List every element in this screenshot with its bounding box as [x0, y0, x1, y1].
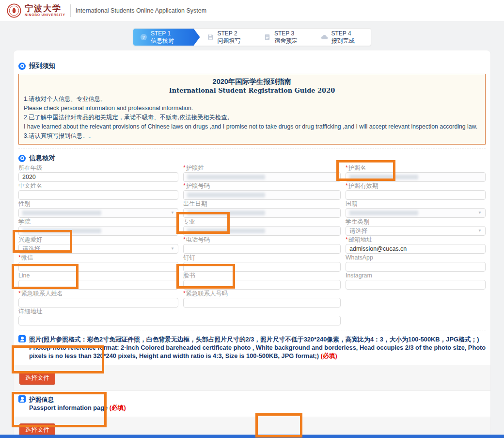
- passport-given-name-input[interactable]: [346, 172, 486, 182]
- emergency-contact-name-label: *紧急联系人姓名: [18, 290, 178, 297]
- step-3-dormitory[interactable]: STEP 3 宿舍预定: [257, 29, 314, 46]
- redacted-value: [187, 193, 265, 197]
- instagram-label: Instagram: [346, 272, 486, 279]
- university-logo: 宁波大学 NINGBO UNIVERSITY: [7, 3, 65, 18]
- required-badge: (必填): [321, 352, 337, 359]
- chinese-name-label: 中文姓名: [18, 182, 178, 190]
- required-asterisk: *: [183, 182, 186, 189]
- line-field: Line: [18, 272, 178, 290]
- passport-expiry-label: *护照有效期: [346, 182, 486, 190]
- steps-box: ? STEP 1 信息核对 STEP 2 问题填写: [133, 28, 371, 46]
- redacted-value: [187, 228, 265, 233]
- required-asterisk: *: [183, 236, 186, 243]
- college-input[interactable]: [18, 226, 178, 236]
- logo-divider: [70, 4, 71, 17]
- step-number: STEP 4: [331, 30, 355, 37]
- line-input[interactable]: [18, 280, 178, 290]
- dingtalk-input[interactable]: [183, 262, 341, 272]
- required-asterisk: *: [183, 164, 186, 171]
- emergency-contact-name-input[interactable]: [18, 298, 178, 308]
- major-input[interactable]: [183, 226, 341, 236]
- passport-expiry-input[interactable]: [346, 190, 486, 200]
- redacted-value: [349, 175, 418, 179]
- step-number: STEP 2: [218, 30, 241, 37]
- email-label: *邮箱地址: [346, 236, 486, 243]
- main-content-card: 报到须知 2020年国际学生报到指南 International Student…: [14, 50, 490, 438]
- hobbies-input[interactable]: 请选择▼: [18, 244, 178, 254]
- instagram-field: Instagram: [346, 272, 486, 290]
- nationality-input[interactable]: ▼: [346, 208, 486, 218]
- form-section-title: 信息核对: [29, 154, 55, 162]
- wechat-label: *微信: [18, 254, 178, 261]
- whatsapp-input[interactable]: [346, 262, 486, 272]
- hobbies-field: 兴趣爱好请选择▼: [18, 236, 178, 254]
- emergency-contact-phone-field: *紧急联系人号码: [183, 290, 341, 308]
- redacted-value: [22, 228, 101, 233]
- guide-line: 1.请核对个人信息、专业信息。: [24, 95, 480, 103]
- college-label: 学院: [18, 218, 178, 226]
- passport-title-en: Passport information page (必填): [29, 404, 126, 412]
- student-type-label: 学生类别: [346, 218, 486, 226]
- photo-instructions-cn: 照片(照片参照格式：彩色2寸免冠证件照，白色背景无边框，头部占照片尺寸的2/3，…: [29, 335, 487, 343]
- step-number: STEP 3: [274, 30, 298, 37]
- major-field: 专业: [183, 218, 341, 236]
- passport-number-field: *护照号码: [183, 182, 341, 200]
- detail-address-input[interactable]: [18, 316, 341, 325]
- step-4-complete[interactable]: STEP 4 报到完成: [314, 29, 371, 46]
- steps-bar: ? STEP 1 信息核对 STEP 2 问题填写: [0, 21, 504, 46]
- email-input[interactable]: admission@cucas.cn: [346, 244, 486, 254]
- form-grid: 所在年级2020*护照姓*护照名中文姓名*护照号码*护照有效期性别▼出生日期国籍…: [17, 163, 487, 325]
- passport-number-input[interactable]: [183, 190, 341, 200]
- wechat-field: *微信: [18, 254, 178, 272]
- detail-address-label: 详细地址: [18, 308, 341, 315]
- phone-input[interactable]: [183, 244, 341, 254]
- step-2-questions[interactable]: STEP 2 问题填写: [200, 29, 257, 46]
- step-label: 信息核对: [151, 37, 174, 45]
- registration-guide-box: 2020年国际学生报到指南 International Student Regi…: [18, 74, 486, 145]
- emergency-contact-phone-input[interactable]: [183, 298, 341, 308]
- major-label: 专业: [183, 218, 341, 226]
- redacted-value: [187, 211, 265, 215]
- grade-field: 所在年级2020: [18, 164, 178, 182]
- chevron-down-icon: ▼: [478, 228, 482, 233]
- bottom-blue-bar: [0, 435, 504, 438]
- passport-surname-label: *护照姓: [183, 164, 341, 172]
- detail-address-field: 详细地址: [18, 308, 341, 325]
- student-type-input[interactable]: 请选择▼: [346, 226, 486, 236]
- nationality-label: 国籍: [346, 200, 486, 208]
- student-type-field: 学生类别请选择▼: [346, 218, 486, 236]
- grade-input[interactable]: 2020: [18, 172, 178, 182]
- gender-label: 性别: [18, 200, 178, 208]
- step-label: 宿舍预定: [274, 37, 298, 45]
- facebook-label: 脸书: [183, 272, 341, 279]
- passport-surname-input[interactable]: [183, 172, 341, 182]
- step-label: 报到完成: [331, 37, 355, 45]
- passport-number-label: *护照号码: [183, 182, 341, 190]
- photo-instructions-en: Photo(Photo reference format: 2-inch Col…: [29, 343, 487, 360]
- wechat-input[interactable]: [18, 262, 178, 272]
- step-label: 问题填写: [218, 37, 241, 45]
- dingtalk-label: 钉钉: [183, 254, 341, 261]
- gender-field: 性别▼: [18, 200, 178, 218]
- document-icon: [264, 33, 271, 41]
- passport-given-name-label: *护照名: [346, 164, 486, 172]
- university-seal-icon: [7, 3, 21, 18]
- app-title: International Students Online Applicatio…: [76, 7, 206, 14]
- emergency-contact-phone-label: *紧急联系人号码: [183, 290, 341, 297]
- redacted-value: [349, 211, 418, 215]
- chevron-down-icon: ▼: [171, 211, 174, 215]
- guide-title-en: International Student Registration Guide…: [24, 87, 480, 94]
- step-1-info-check[interactable]: ? STEP 1 信息核对: [133, 29, 200, 46]
- gender-input[interactable]: ▼: [18, 208, 178, 218]
- required-badge: (必填): [110, 404, 126, 411]
- chinese-name-input[interactable]: [18, 190, 178, 200]
- facebook-input[interactable]: [183, 280, 341, 290]
- photo-choose-file-button[interactable]: 选择文件: [19, 372, 55, 385]
- grade-label: 所在年级: [18, 164, 178, 172]
- form-section-icon: [18, 155, 26, 162]
- instagram-input[interactable]: [346, 280, 486, 290]
- birth-date-input[interactable]: [183, 208, 341, 218]
- whatsapp-field: WhatsApp: [346, 254, 486, 272]
- photo-section-icon: [18, 335, 26, 342]
- college-field: 学院: [18, 218, 178, 236]
